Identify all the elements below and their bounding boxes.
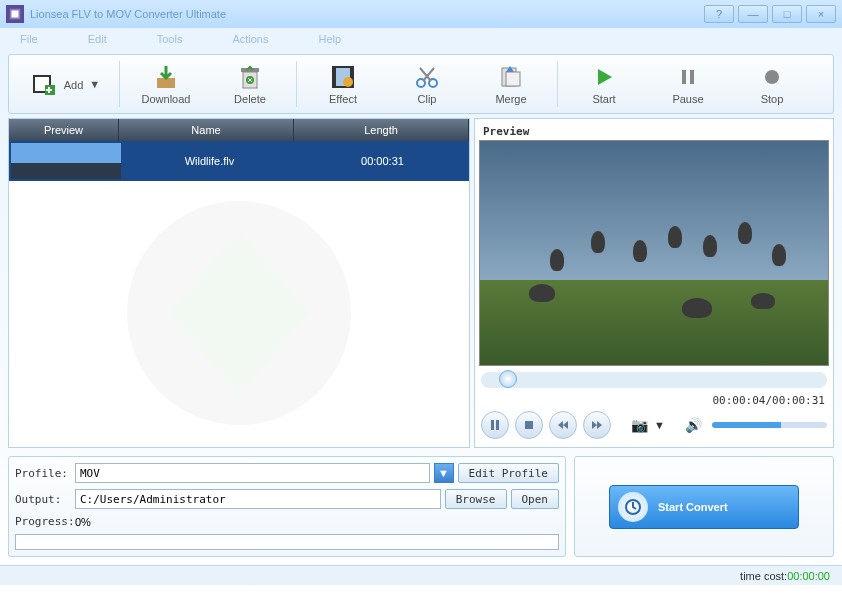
start-convert-button[interactable]: Start Convert xyxy=(609,485,799,529)
merge-label: Merge xyxy=(495,93,526,105)
menu-actions[interactable]: Actions xyxy=(232,33,268,45)
svg-rect-15 xyxy=(506,72,520,86)
start-button[interactable]: Start xyxy=(562,55,646,113)
app-title: Lionsea FLV to MOV Converter Ultimate xyxy=(30,8,226,20)
preview-pane: Preview 00:00:04/00:00:31 📷 ▼ xyxy=(474,118,834,448)
svg-rect-22 xyxy=(525,421,533,429)
effect-button[interactable]: Effect xyxy=(301,55,385,113)
play-icon xyxy=(590,63,618,91)
row-length: 00:00:31 xyxy=(296,155,469,167)
volume-slider[interactable] xyxy=(712,422,827,428)
seek-bar[interactable] xyxy=(481,372,827,388)
time-cost-label: time cost: xyxy=(740,570,787,582)
menubar: File Edit Tools Actions Help xyxy=(0,28,842,50)
download-label: Download xyxy=(142,93,191,105)
snapshot-icon[interactable]: 📷 xyxy=(631,417,648,433)
output-label: Output: xyxy=(15,493,71,506)
dropdown-icon: ▼ xyxy=(89,78,100,90)
start-label: Start xyxy=(592,93,615,105)
svg-point-11 xyxy=(343,77,353,87)
time-label: 00:00:04/00:00:31 xyxy=(479,394,829,407)
edit-profile-button[interactable]: Edit Profile xyxy=(458,463,559,483)
menu-edit[interactable]: Edit xyxy=(88,33,107,45)
progress-value: 0% xyxy=(75,516,91,528)
stop-icon xyxy=(758,63,786,91)
snapshot-dropdown-icon[interactable]: ▼ xyxy=(654,419,665,431)
app-icon xyxy=(6,5,24,23)
pause-button[interactable]: Pause xyxy=(646,55,730,113)
delete-button[interactable]: Delete xyxy=(208,55,292,113)
download-icon xyxy=(152,63,180,91)
add-label: Add xyxy=(64,79,84,91)
header-name[interactable]: Name xyxy=(119,119,294,141)
player-stop-button[interactable] xyxy=(515,411,543,439)
svg-rect-21 xyxy=(496,420,499,430)
player-forward-button[interactable] xyxy=(583,411,611,439)
convert-icon xyxy=(618,492,648,522)
open-button[interactable]: Open xyxy=(511,489,560,509)
merge-icon xyxy=(497,63,525,91)
convert-pane: Start Convert xyxy=(574,456,834,557)
minimize-button[interactable]: — xyxy=(738,5,768,23)
svg-point-18 xyxy=(765,70,779,84)
svg-rect-16 xyxy=(682,70,686,84)
convert-label: Start Convert xyxy=(658,501,728,513)
help-button[interactable]: ? xyxy=(704,5,734,23)
player-rewind-button[interactable] xyxy=(549,411,577,439)
clip-icon xyxy=(413,63,441,91)
row-name: Wildlife.flv xyxy=(123,155,296,167)
file-list: Preview Name Length Wildlife.flv 00:00:3… xyxy=(8,118,470,448)
menu-help[interactable]: Help xyxy=(318,33,341,45)
seek-knob[interactable] xyxy=(499,370,517,388)
profile-input[interactable] xyxy=(75,463,430,483)
progress-bar xyxy=(15,534,559,550)
close-button[interactable]: × xyxy=(806,5,836,23)
volume-icon[interactable]: 🔊 xyxy=(685,417,702,433)
player-pause-button[interactable] xyxy=(481,411,509,439)
preview-title: Preview xyxy=(479,123,829,140)
browse-button[interactable]: Browse xyxy=(445,489,507,509)
pause-icon xyxy=(674,63,702,91)
svg-rect-17 xyxy=(690,70,694,84)
profile-dropdown[interactable]: ▼ xyxy=(434,463,454,483)
merge-button[interactable]: Merge xyxy=(469,55,553,113)
add-button[interactable]: Add ▼ xyxy=(15,55,115,113)
delete-label: Delete xyxy=(234,93,266,105)
time-cost-value: 00:00:00 xyxy=(787,570,830,582)
header-preview[interactable]: Preview xyxy=(9,119,119,141)
video-display[interactable] xyxy=(479,140,829,366)
status-bar: time cost: 00:00:00 xyxy=(0,565,842,585)
profile-label: Profile: xyxy=(15,467,71,480)
svg-rect-1 xyxy=(12,11,19,18)
svg-rect-20 xyxy=(491,420,494,430)
add-icon xyxy=(30,70,58,98)
stop-label: Stop xyxy=(761,93,784,105)
maximize-button[interactable]: □ xyxy=(772,5,802,23)
watermark-icon xyxy=(9,179,469,447)
output-input[interactable] xyxy=(75,489,441,509)
download-button[interactable]: Download xyxy=(124,55,208,113)
list-header: Preview Name Length xyxy=(9,119,469,141)
svg-rect-7 xyxy=(241,68,259,72)
effect-label: Effect xyxy=(329,93,357,105)
delete-icon xyxy=(236,63,264,91)
settings-pane: Profile: ▼ Edit Profile Output: Browse O… xyxy=(8,456,566,557)
stop-button[interactable]: Stop xyxy=(730,55,814,113)
toolbar: Add ▼ Download Delete Effect Clip Merge … xyxy=(8,54,834,114)
effect-icon xyxy=(329,63,357,91)
menu-tools[interactable]: Tools xyxy=(157,33,183,45)
clip-button[interactable]: Clip xyxy=(385,55,469,113)
progress-label: Progress: xyxy=(15,515,71,528)
header-length[interactable]: Length xyxy=(294,119,469,141)
clip-label: Clip xyxy=(418,93,437,105)
titlebar: Lionsea FLV to MOV Converter Ultimate ? … xyxy=(0,0,842,28)
pause-label: Pause xyxy=(672,93,703,105)
menu-file[interactable]: File xyxy=(20,33,38,45)
